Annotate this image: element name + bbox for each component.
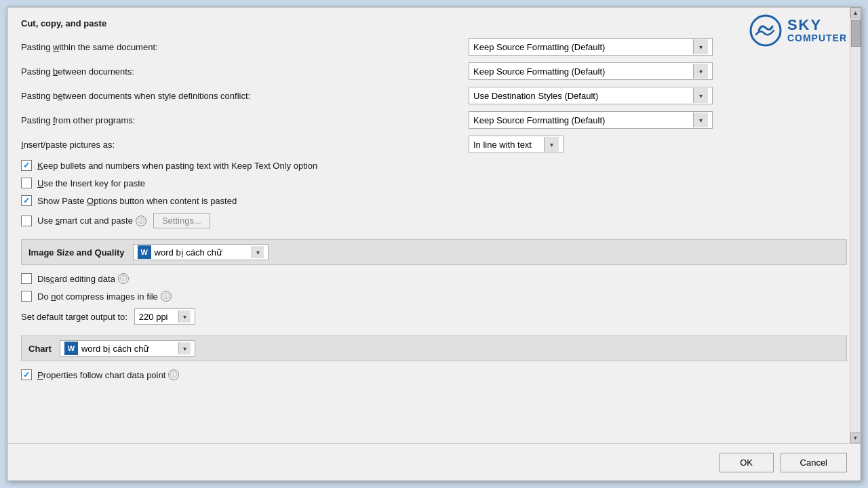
chart-section-dropdown-value: word bị cách chữ — [81, 344, 176, 354]
logo-computer-label: COMPUTER — [787, 33, 847, 43]
checkbox-keep-bullets-label: Keep bullets and numbers when pasting te… — [37, 161, 317, 171]
logo-area: SKY COMPUTER — [749, 14, 847, 47]
insert-paste-pictures-label: Insert/paste pictures as: — [21, 140, 469, 150]
cancel-button[interactable]: Cancel — [781, 453, 847, 472]
checkbox-insert-key-label: Use the Insert key for paste — [37, 178, 145, 188]
scrollbar[interactable]: ▲ ▾ — [850, 7, 861, 443]
checkbox-show-paste[interactable] — [21, 195, 32, 206]
paste-style-conflict-dropdown[interactable]: Use Destination Styles (Default) ▾ — [469, 87, 713, 104]
dialog-window: SKY COMPUTER Cut, copy, and paste Pastin… — [7, 7, 861, 481]
image-section-dropdown[interactable]: W word bị cách chữ ▾ — [133, 244, 269, 260]
logo-sky-label: SKY — [787, 17, 847, 33]
checkbox-smart-cut-row: Use smart cut and paste ⓘ Settings... — [21, 213, 847, 228]
dialog-content: Cut, copy, and paste Pasting within the … — [7, 7, 861, 440]
image-section-title: Image Size and Quality — [28, 247, 125, 258]
checkbox-discard-row: Discard editing data ⓘ — [21, 273, 847, 284]
chart-section-title: Chart — [28, 344, 52, 354]
ppi-dropdown-arrow[interactable]: ▾ — [178, 310, 191, 323]
ok-button[interactable]: OK — [719, 453, 774, 472]
ppi-dropdown[interactable]: 220 ppi ▾ — [134, 308, 195, 325]
settings-button[interactable]: Settings... — [153, 213, 210, 228]
paste-other-row: Pasting from other programs: Keep Source… — [21, 111, 847, 129]
paste-style-conflict-row: Pasting between documents when style def… — [21, 87, 847, 104]
paste-within-label: Pasting within the same document: — [21, 42, 469, 52]
paste-other-dropdown[interactable]: Keep Source Formatting (Default) ▾ — [469, 111, 713, 129]
chart-section-dropdown[interactable]: W word bị cách chữ ▾ — [60, 340, 195, 357]
word-icon: W — [138, 245, 151, 259]
paste-other-label: Pasting from other programs: — [21, 115, 469, 125]
discard-info-icon[interactable]: ⓘ — [118, 273, 129, 284]
checkbox-discard[interactable] — [21, 273, 32, 284]
paste-between-label: Pasting between documents: — [21, 66, 469, 77]
image-section-bar: Image Size and Quality W word bị cách ch… — [21, 239, 847, 265]
insert-paste-pictures-row: Insert/paste pictures as: In line with t… — [21, 136, 847, 153]
checkbox-insert-key-row: Use the Insert key for paste — [21, 178, 847, 188]
checkbox-keep-bullets-row: Keep bullets and numbers when pasting te… — [21, 160, 847, 171]
chart-word-icon: W — [64, 342, 78, 355]
insert-paste-pictures-arrow[interactable]: ▾ — [544, 137, 559, 152]
paste-between-dropdown[interactable]: Keep Source Formatting (Default) ▾ — [469, 62, 713, 80]
paste-style-conflict-label: Pasting between documents when style def… — [21, 91, 469, 101]
insert-paste-pictures-dropdown[interactable]: In line with text ▾ — [469, 136, 564, 153]
ppi-label: Set default target output to: — [21, 312, 127, 322]
checkbox-no-compress[interactable] — [21, 291, 32, 302]
checkbox-smart-cut[interactable] — [21, 216, 32, 226]
smart-cut-info-icon[interactable]: ⓘ — [136, 216, 146, 226]
scroll-thumb[interactable] — [851, 20, 861, 47]
checkbox-no-compress-label: Do not compress images in file — [37, 291, 158, 302]
paste-within-dropdown[interactable]: Keep Source Formatting (Default) ▾ — [469, 38, 713, 56]
insert-paste-pictures-value: In line with text — [473, 140, 541, 150]
checkbox-discard-label: Discard editing data — [37, 274, 115, 284]
dialog-footer: OK Cancel — [7, 443, 861, 481]
sky-logo-icon — [749, 14, 782, 47]
image-section-dropdown-arrow[interactable]: ▾ — [252, 246, 264, 258]
paste-within-row: Pasting within the same document: Keep S… — [21, 38, 847, 56]
checkbox-keep-bullets[interactable] — [21, 160, 32, 171]
paste-style-conflict-arrow[interactable]: ▾ — [693, 88, 708, 103]
no-compress-info-icon[interactable]: ⓘ — [161, 291, 172, 302]
paste-other-arrow[interactable]: ▾ — [693, 113, 708, 127]
checkbox-insert-key[interactable] — [21, 178, 32, 188]
ppi-value: 220 ppi — [139, 312, 176, 322]
chart-section-dropdown-arrow[interactable]: ▾ — [178, 342, 191, 354]
logo-text: SKY COMPUTER — [787, 17, 847, 44]
checkbox-show-paste-row: Show Paste Options button when content i… — [21, 195, 847, 206]
scroll-up-arrow[interactable]: ▲ — [850, 7, 861, 18]
chart-properties-info-icon[interactable]: ⓘ — [168, 369, 179, 380]
chart-section-bar: Chart W word bị cách chữ ▾ — [21, 336, 847, 361]
paste-within-arrow[interactable]: ▾ — [693, 39, 708, 54]
checkbox-chart-properties-label: Properties follow chart data point — [37, 370, 165, 380]
checkbox-smart-cut-label: Use smart cut and paste — [37, 216, 133, 226]
checkbox-no-compress-row: Do not compress images in file ⓘ — [21, 291, 847, 302]
checkbox-chart-properties[interactable] — [21, 369, 32, 380]
paste-between-value: Keep Source Formatting (Default) — [473, 66, 690, 77]
paste-within-value: Keep Source Formatting (Default) — [473, 42, 690, 52]
section-title: Cut, copy, and paste — [21, 18, 847, 28]
checkbox-show-paste-label: Show Paste Options button when content i… — [37, 196, 237, 206]
paste-style-conflict-value: Use Destination Styles (Default) — [473, 91, 690, 101]
checkbox-chart-properties-row: Properties follow chart data point ⓘ — [21, 369, 847, 380]
scroll-down-arrow[interactable]: ▾ — [850, 432, 861, 443]
paste-between-row: Pasting between documents: Keep Source F… — [21, 62, 847, 80]
ppi-row: Set default target output to: 220 ppi ▾ — [21, 308, 847, 325]
svg-point-0 — [751, 16, 781, 45]
paste-other-value: Keep Source Formatting (Default) — [473, 115, 690, 125]
paste-between-arrow[interactable]: ▾ — [693, 64, 708, 79]
image-section-dropdown-value: word bị cách chữ — [155, 247, 249, 258]
